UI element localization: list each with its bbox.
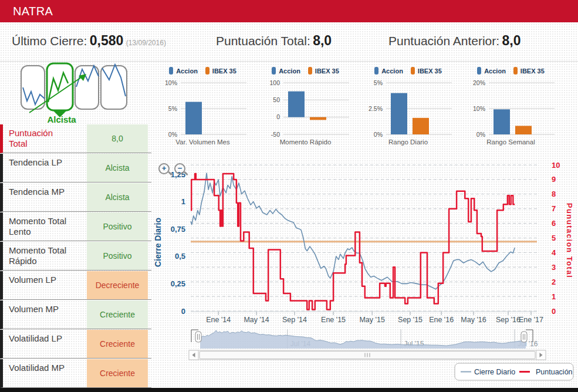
legend-label: IBEX 35 [520,67,545,75]
indicator-value-puntuacion-total: 8,0 [87,124,148,153]
indicator-label-volatilidad-mp: Volatilidad MP [9,363,72,373]
navigator-handle-left[interactable] [195,332,201,342]
right-axis-tick-label: 2 [552,278,556,286]
left-axis-title: Cierre Diario [153,218,163,267]
left-axis-tick-label: 0,5 [175,252,185,261]
indicator-value-tendencia-lp: Alcista [87,154,148,182]
left-axis-tick-label: 0 [181,307,185,316]
x-tick-label: May '15 [359,316,384,324]
mini-chart-1: AccionIBEX 3510%5%0%Var. Volumen Mes [151,62,254,151]
total-score-label: Puntuación Total: [216,34,310,48]
legend-label: Accion [176,67,198,75]
last-close-value: 0,580 [90,33,124,48]
indicator-row-volatilidad-mp: Volatilidad MPiCreciente [0,359,151,388]
right-axis-tick-label: 3 [552,263,556,272]
right-axis-tick-label: 1 [552,292,556,301]
ibex-legend-marker-icon [205,67,209,75]
legend-item-ibex[interactable]: IBEX 35 [411,67,442,75]
y-tick-label: 20% [473,79,485,86]
prev-score-label: Puntuación Anterior: [388,34,499,48]
legend-label: Cierre Diario [474,368,515,376]
legend-item-ibex[interactable]: IBEX 35 [308,67,339,75]
ibex-legend-marker-icon [411,67,415,75]
mini-chart-legend: AccionIBEX 35 [151,67,254,75]
bottom-bar [0,388,578,392]
title-bar: NATRA [0,0,578,22]
accion-bar [185,102,202,134]
y-tick-label: -50 [271,131,280,138]
mini-chart-legend: AccionIBEX 35 [254,67,357,75]
zoom-in-button[interactable]: + [158,163,170,174]
right-axis-tick-label: 8 [552,190,556,198]
y-tick-label: 2.5% [369,105,383,112]
x-tick-label: Sep '14 [282,316,307,324]
navigator-handle-right[interactable] [521,332,527,342]
prev-score-value: 8,0 [502,33,521,48]
legend-item-accion[interactable]: Accion [272,67,300,75]
ibex-bar [413,118,429,134]
zoom-out-button[interactable]: − [174,163,185,174]
natra-dashboard: NATRA Último Cierre: 0,580 (13/09/2016) … [0,0,578,392]
mini-chart-2: AccionIBEX 35100500-50Momento Rápido [254,62,357,151]
x-tick-label: Ene '15 [321,316,346,324]
legend-item-accion[interactable]: Accion [169,67,198,75]
legend-item-accion[interactable]: Accion [374,67,403,75]
indicator-label-tendencia-mp: Tendencia MP [9,187,72,197]
prev-score-group: Puntuación Anterior: 8,0 [388,33,521,49]
mini-chart-title: Rango Diario [357,138,459,146]
indicator-value-volatilidad-lp: Creciente [87,330,148,358]
main-chart-svg: 1098765432101,2510,750,50,250Ene '14May … [150,151,578,388]
ibex-legend-marker-icon [513,67,518,75]
indicator-value-volumen-lp: Decreciente [87,271,148,299]
main-chart: 1098765432101,2510,750,50,250Ene '14May … [150,151,578,388]
mini-chart-3: AccionIBEX 355%2.5%0%Rango Diario [357,62,459,151]
mini-chart-plot: 10%5%0% [151,77,254,138]
last-close-date: (13/09/2016) [126,39,166,47]
x-tick-label: May '16 [461,316,486,324]
price-line [191,173,515,289]
legend-label: Accion [484,67,506,75]
indicator-value-momento-total-lento: Positivo [87,212,148,241]
legend-item-accion[interactable]: Accion [477,67,506,75]
indicator-row-volumen-mp: Volumen MPiCreciente [0,300,151,329]
navigator-area [200,330,526,349]
page-title: NATRA [13,5,53,18]
y-tick-label: 0% [168,131,177,138]
indicator-label-momento-total-rapido: Momento Total Rápido [9,245,72,266]
indicator-row-tendencia-mp: Tendencia MPiAlcista [0,183,151,212]
y-tick-label: 100 [269,79,280,86]
left-axis-tick-label: 1 [181,197,185,206]
accion-bar [494,109,510,134]
ibex-bar [515,126,532,134]
total-score-value: 8,0 [313,33,332,48]
legend-item-ibex[interactable]: IBEX 35 [513,67,545,75]
legend-label: Accion [381,67,403,75]
indicator-row-momento-total-rapido: Momento Total RápidoiPositivo [0,242,151,271]
mini-chart-plot: 20%10%0% [459,77,562,138]
right-axis-tick-label: 5 [552,234,556,242]
legend-label: Puntuación [536,368,573,376]
left-axis-tick-label: 0,25 [171,279,185,288]
mini-chart-title: Momento Rápido [254,138,357,146]
legend-label: IBEX 35 [418,67,442,75]
last-close-label: Último Cierre: [12,34,87,48]
indicator-value-momento-total-rapido: Positivo [87,242,148,270]
mini-chart-legend: AccionIBEX 35 [459,67,562,75]
indicator-label-puntuacion-total: Puntuación Total [9,128,72,149]
mini-chart-legend: AccionIBEX 35 [357,67,459,75]
right-axis-tick-label: 9 [552,175,556,184]
summary-bar: Último Cierre: 0,580 (13/09/2016) Puntua… [0,22,578,62]
x-tick-label: May '14 [244,316,269,324]
right-axis-tick-label: 4 [552,248,556,257]
indicator-label-tendencia-lp: Tendencia LP [9,157,72,168]
accion-bar [391,93,407,134]
ibex-bar [310,117,326,120]
y-tick-label: 10% [165,79,177,86]
left-axis-tick-label: 0,75 [171,225,185,234]
mini-chart-title: Var. Volumen Mes [151,138,254,146]
y-tick-label: 0% [374,131,383,138]
x-tick-label: Ene '14 [206,316,231,324]
legend-item-ibex[interactable]: IBEX 35 [205,67,236,75]
accion-legend-marker-icon [272,67,276,75]
indicator-row-tendencia-lp: Tendencia LPiAlcista [0,154,151,183]
